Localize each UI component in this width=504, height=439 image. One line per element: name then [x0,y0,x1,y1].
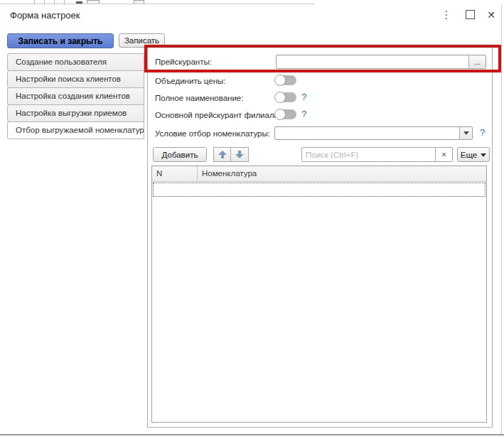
full-name-help-icon[interactable]: ? [301,92,306,102]
main-branch-pricelist-label: Основной прейскурант филиала: [155,111,281,119]
add-button[interactable]: Добавить [153,147,207,162]
pricelists-label: Прейскуранты: [155,58,212,66]
main-branch-pricelist-help-icon[interactable]: ? [301,109,306,119]
settings-form-window: Форма настроек ⋮ ✕ Записать и закрыть За… [0,0,504,439]
table-header: N Номенклатура [152,166,486,182]
column-header-nomenclature: Номенклатура [198,166,257,181]
window-right-edge [501,4,502,434]
search-field-group: × [301,147,453,162]
move-down-icon[interactable] [231,147,249,162]
page-title: Форма настроек [10,10,80,21]
search-input[interactable] [302,148,435,161]
reorder-buttons [213,147,249,162]
move-up-icon[interactable] [213,147,231,162]
pricelists-field-group: ... [276,55,486,69]
selection-condition-label: Условие отбор номенклатуры: [155,129,270,138]
chevron-down-icon [481,153,486,157]
window-bottom-edge [0,434,504,435]
tab-user-creation[interactable]: Создание пользователя [7,53,144,71]
column-header-n: N [152,166,198,181]
main-branch-pricelist-toggle[interactable] [274,109,296,119]
browse-icon[interactable]: ... [468,55,486,68]
full-name-label: Полное наименование: [155,94,243,102]
tab-client-creation[interactable]: Настройка создания клиентов [7,87,144,105]
kebab-menu-icon[interactable]: ⋮ [439,7,454,23]
selection-condition-input[interactable] [275,127,459,139]
merge-prices-label: Объединить цены: [155,77,226,85]
save-and-close-button[interactable]: Записать и закрыть [7,33,114,48]
merge-prices-toggle[interactable] [274,75,296,85]
full-name-toggle[interactable] [274,92,296,102]
more-button[interactable]: Еще [457,147,490,162]
pricelists-input[interactable] [277,55,468,68]
clear-search-icon[interactable]: × [435,148,452,161]
selection-condition-help-icon[interactable]: ? [480,127,485,138]
nomenclature-table[interactable]: N Номенклатура [151,166,487,423]
tab-visit-export[interactable]: Настройка выгрузки приемов [7,104,144,122]
table-row[interactable] [153,183,486,197]
background-toolbar-fragment [0,0,504,4]
selection-condition-field-group [274,126,473,140]
maximize-icon[interactable] [463,8,478,22]
tab-client-search[interactable]: Настройки поиска клиентов [7,70,144,88]
close-icon[interactable]: ✕ [483,7,499,23]
tab-nomenclature-selection[interactable]: Отбор выгружаемой номенклатуры [7,121,144,139]
more-button-label: Еще [461,151,477,159]
dropdown-arrow-icon[interactable] [459,127,472,139]
